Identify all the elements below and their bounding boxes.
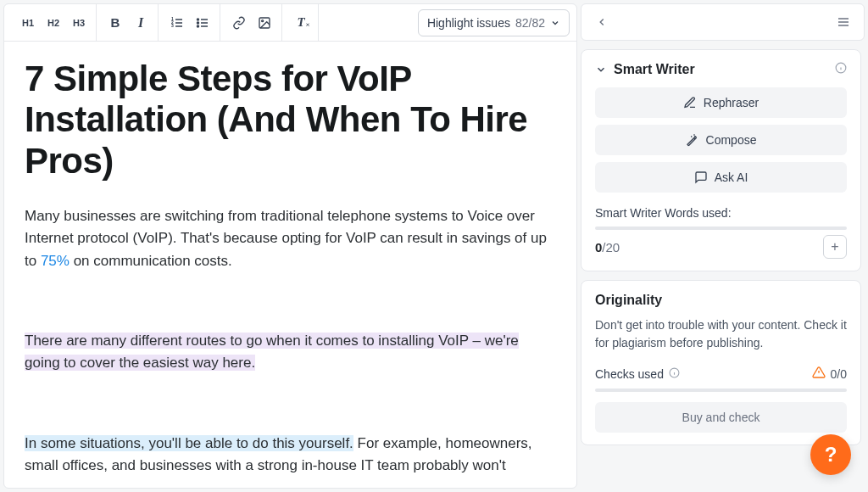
highlight-label: Highlight issues bbox=[427, 16, 510, 30]
highlight-blue: In some situations, you'll be able to do… bbox=[25, 435, 353, 451]
words-count: 0/20 bbox=[595, 240, 620, 254]
smart-writer-card: Smart Writer Rephraser Compose Ask AI Sm… bbox=[581, 49, 861, 271]
svg-point-3 bbox=[198, 19, 199, 20]
buy-and-check-button[interactable]: Buy and check bbox=[595, 402, 847, 433]
smart-writer-title: Smart Writer bbox=[614, 62, 828, 77]
paragraph-2: There are many different routes to go wh… bbox=[25, 330, 556, 375]
paragraph-1: Many businesses are switching from tradi… bbox=[25, 205, 556, 272]
sidebar-back-button[interactable] bbox=[592, 12, 612, 32]
link-75-percent[interactable]: 75% bbox=[41, 253, 70, 269]
info-icon[interactable] bbox=[835, 62, 847, 77]
sidebar-header bbox=[581, 3, 865, 41]
words-progress-bar bbox=[595, 226, 847, 230]
svg-point-5 bbox=[198, 25, 199, 27]
h2-button[interactable]: H2 bbox=[42, 11, 65, 35]
checks-progress-bar bbox=[595, 389, 847, 392]
rephraser-icon bbox=[683, 96, 697, 109]
ask-ai-button[interactable]: Ask AI bbox=[595, 162, 847, 193]
info-icon[interactable] bbox=[669, 367, 680, 381]
svg-point-7 bbox=[262, 20, 264, 21]
originality-card: Originality Don't get into trouble with … bbox=[581, 280, 861, 445]
highlight-count: 82/82 bbox=[515, 16, 545, 30]
compose-button[interactable]: Compose bbox=[595, 125, 847, 155]
sidebar-menu-button[interactable] bbox=[833, 12, 854, 32]
warning-icon bbox=[812, 366, 826, 382]
editor-toolbar: H1 H2 H3 B I 123 T× bbox=[4, 4, 576, 42]
checks-used-row: Checks used 0/0 bbox=[595, 366, 847, 382]
originality-title: Originality bbox=[595, 293, 847, 308]
sidebar-body: Smart Writer Rephraser Compose Ask AI Sm… bbox=[581, 49, 865, 489]
chat-icon bbox=[694, 171, 708, 184]
chevron-down-icon[interactable] bbox=[595, 64, 607, 75]
checks-count: 0/0 bbox=[831, 367, 847, 381]
highlight-issues-dropdown[interactable]: Highlight issues 82/82 bbox=[418, 9, 570, 36]
h3-button[interactable]: H3 bbox=[67, 11, 91, 35]
compose-icon bbox=[686, 133, 699, 147]
svg-text:3: 3 bbox=[171, 23, 174, 28]
bold-button[interactable]: B bbox=[103, 11, 127, 35]
image-button[interactable] bbox=[253, 11, 276, 35]
svg-point-4 bbox=[198, 22, 199, 24]
paragraph-3: In some situations, you'll be able to do… bbox=[25, 433, 556, 478]
editor-panel: H1 H2 H3 B I 123 T× bbox=[3, 3, 577, 489]
highlight-purple: There are many different routes to go wh… bbox=[25, 333, 519, 371]
ordered-list-button[interactable]: 123 bbox=[165, 11, 189, 35]
add-words-button[interactable]: + bbox=[823, 235, 847, 259]
editor-content[interactable]: 7 Simple Steps for VoIP Installation (An… bbox=[4, 42, 576, 488]
unordered-list-button[interactable] bbox=[191, 11, 214, 35]
italic-button[interactable]: I bbox=[129, 11, 153, 35]
rephraser-button[interactable]: Rephraser bbox=[595, 87, 847, 118]
link-button[interactable] bbox=[227, 11, 251, 35]
originality-description: Don't get into trouble with your content… bbox=[595, 316, 847, 352]
words-used-label: Smart Writer Words used: bbox=[595, 206, 847, 220]
chevron-down-icon bbox=[550, 18, 560, 28]
document-title: 7 Simple Steps for VoIP Installation (An… bbox=[25, 59, 556, 182]
help-fab[interactable]: ? bbox=[810, 434, 851, 475]
h1-button[interactable]: H1 bbox=[16, 11, 40, 35]
sidebar: Smart Writer Rephraser Compose Ask AI Sm… bbox=[581, 3, 865, 489]
clear-format-button[interactable]: T× bbox=[289, 11, 313, 35]
